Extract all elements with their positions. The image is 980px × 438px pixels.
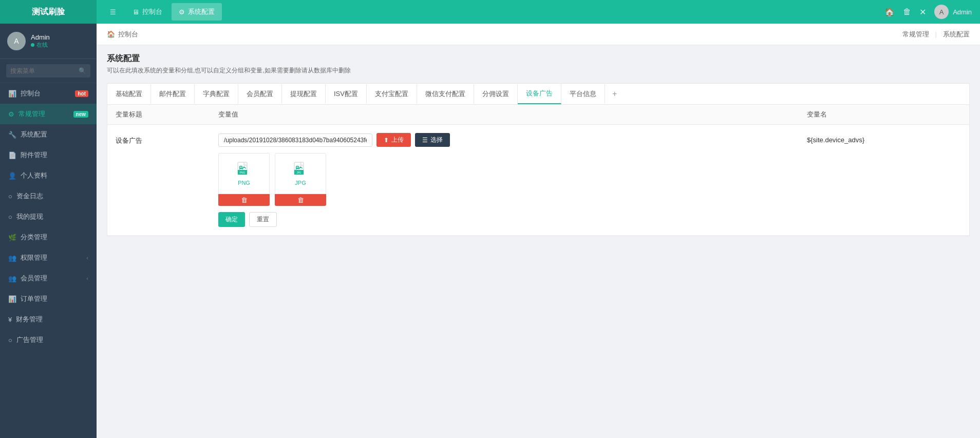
jpg-type-label: JPG: [295, 180, 306, 186]
tab-withdrawal[interactable]: 提现配置: [282, 84, 326, 104]
sidebar-item-withdrawal[interactable]: ○ 我的提现: [0, 206, 97, 227]
profile-nav-icon: 👤: [8, 172, 16, 180]
header-actions: 常规管理 | 系统配置: [902, 30, 970, 39]
home-icon[interactable]: 🏠: [884, 7, 895, 17]
sidebar-item-left: 👥 权限管理: [8, 253, 47, 262]
sidebar-general-badge: new: [73, 111, 88, 118]
tab-split[interactable]: 分佣设置: [474, 84, 518, 104]
tab-add[interactable]: +: [605, 84, 624, 104]
search-icon: 🔍: [79, 67, 86, 74]
sidebar-item-dashboard[interactable]: 📊 控制台 hot: [0, 83, 97, 104]
jpg-delete-button[interactable]: 🗑: [275, 194, 326, 206]
reset-button[interactable]: 重置: [249, 212, 277, 227]
brand-text: 测试刷脸: [32, 7, 65, 17]
tab-email[interactable]: 邮件配置: [151, 84, 195, 104]
sidebar-item-left: ⚙ 常规管理: [8, 109, 45, 119]
finance-nav-icon: ¥: [8, 316, 12, 323]
sidebar-item-category[interactable]: 🌿 分类管理: [0, 227, 97, 247]
upload-path-input[interactable]: [218, 134, 372, 147]
confirm-label: 确定: [225, 215, 238, 224]
user-menu[interactable]: A Admin: [934, 5, 972, 19]
tabs-bar: 基础配置 邮件配置 字典配置 会员配置 提现配置 ISV配置 支付宝配置 微信支…: [107, 83, 970, 105]
sidebar-attachment-label: 附件管理: [21, 150, 47, 160]
sidebar-item-profile[interactable]: 👤 个人资料: [0, 165, 97, 186]
sidebar-item-general[interactable]: ⚙ 常规管理 new: [0, 104, 97, 124]
sysconfig-nav-icon: 🔧: [8, 131, 16, 139]
sidebar-item-orders[interactable]: 📊 订单管理: [0, 289, 97, 309]
sidebar-item-sysconfig[interactable]: 🔧 系统配置: [0, 124, 97, 145]
confirm-button[interactable]: 确定: [218, 212, 245, 227]
nav-sysconfig[interactable]: ⚙ 系统配置: [172, 3, 222, 21]
sidebar-item-attachment[interactable]: 📄 附件管理: [0, 145, 97, 165]
jpg-preview-box: JPG JPG: [275, 153, 326, 194]
breadcrumb-home[interactable]: 控制台: [118, 30, 138, 39]
status-text: 在线: [36, 41, 48, 49]
page-description: 可以在此填改系统的变量和分组,也可以自定义分组和变量,如果需要删除请从数据库中删…: [107, 66, 970, 75]
row-varname: ${site.device_advs}: [807, 133, 961, 144]
sidebar-item-members[interactable]: 👥 会员管理 ‹: [0, 268, 97, 289]
tab-alipay[interactable]: 支付宝配置: [367, 84, 417, 104]
tab-isv[interactable]: ISV配置: [326, 84, 367, 104]
content-area: 🏠 控制台 常规管理 | 系统配置 系统配置 可以在此填改系统的变量和分组,也可…: [97, 24, 980, 438]
search-input[interactable]: [6, 64, 90, 78]
chevron-right-icon2: ‹: [86, 275, 88, 281]
tab-basic[interactable]: 基础配置: [107, 84, 151, 104]
header-link-sysconfig[interactable]: 系统配置: [943, 30, 970, 39]
nav-menu-toggle[interactable]: ☰: [103, 4, 123, 20]
brand: 测试刷脸: [0, 0, 97, 24]
jpg-file-icon: JPG: [292, 161, 309, 178]
svg-text:JPG: JPG: [297, 172, 301, 174]
tab-wechat-pay[interactable]: 微信支付配置: [417, 84, 474, 104]
sidebar-user: A Admin 在线: [0, 24, 97, 59]
nav-dashboard[interactable]: 🖥 控制台: [125, 3, 169, 21]
reset-label: 重置: [257, 215, 269, 224]
sidebar-dashboard-badge: hot: [75, 90, 88, 97]
sidebar-item-left: 👥 会员管理: [8, 274, 47, 283]
png-file-icon: PNG: [236, 161, 252, 178]
orders-nav-icon: 📊: [8, 295, 16, 303]
sidebar-members-label: 会员管理: [21, 274, 47, 283]
header-sep: |: [935, 30, 937, 38]
sidebar-permissions-label: 权限管理: [21, 253, 47, 262]
tab-platform-info[interactable]: 平台信息: [561, 84, 605, 104]
ads-nav-icon: ○: [8, 336, 12, 344]
sidebar-item-permissions[interactable]: 👥 权限管理 ‹: [0, 247, 97, 268]
settings-icon: ⚙: [179, 8, 185, 16]
sidebar-item-finance[interactable]: ¥ 财务管理: [0, 309, 97, 330]
sidebar-withdrawal-label: 我的提现: [16, 212, 43, 221]
image-previews: PNG PNG 🗑: [218, 153, 807, 206]
image-preview-jpg: JPG JPG 🗑: [275, 153, 326, 206]
sidebar-item-left: 🌿 分类管理: [8, 233, 47, 242]
action-buttons: 确定 重置: [218, 212, 807, 227]
svg-text:PNG: PNG: [240, 171, 246, 174]
top-nav: 测试刷脸 ☰ 🖥 控制台 ⚙ 系统配置 🏠 🗑 ✕ A Admin: [0, 0, 980, 24]
select-button[interactable]: ☰ 选择: [415, 133, 450, 147]
select-icon: ☰: [422, 137, 428, 144]
upload-icon: ⬆: [384, 137, 389, 144]
tab-dict[interactable]: 字典配置: [195, 84, 238, 104]
sidebar-username: Admin: [31, 33, 50, 41]
sidebar-item-left: ○ 我的提现: [8, 212, 43, 221]
sidebar-funds-label: 资金日志: [16, 192, 43, 201]
sidebar-item-funds[interactable]: ○ 资金日志: [0, 186, 97, 206]
sidebar-sysconfig-label: 系统配置: [21, 130, 47, 139]
username-label: Admin: [953, 8, 972, 16]
select-label: 选择: [430, 136, 443, 144]
header-cell-title: 变量标题: [116, 110, 218, 119]
sidebar-item-left: 📊 控制台: [8, 89, 41, 98]
expand-icon[interactable]: ✕: [919, 7, 926, 17]
sidebar-search-container: 🔍: [0, 59, 97, 83]
image-preview-png: PNG PNG 🗑: [218, 153, 270, 206]
sidebar-item-ads[interactable]: ○ 广告管理: [0, 330, 97, 350]
png-delete-button[interactable]: 🗑: [218, 194, 270, 206]
tab-member[interactable]: 会员配置: [238, 84, 282, 104]
funds-nav-icon: ○: [8, 193, 12, 200]
header-link-general[interactable]: 常规管理: [902, 30, 929, 39]
header-cell-varname: 变量名: [807, 110, 961, 119]
sidebar-dashboard-label: 控制台: [21, 89, 41, 98]
upload-button[interactable]: ⬆ 上传: [376, 133, 411, 147]
trash-icon[interactable]: 🗑: [903, 7, 911, 16]
top-nav-items: ☰ 🖥 控制台 ⚙ 系统配置: [97, 3, 876, 21]
sidebar-item-left: 👤 个人资料: [8, 171, 47, 180]
tab-device-ads[interactable]: 设备广告: [518, 84, 561, 104]
